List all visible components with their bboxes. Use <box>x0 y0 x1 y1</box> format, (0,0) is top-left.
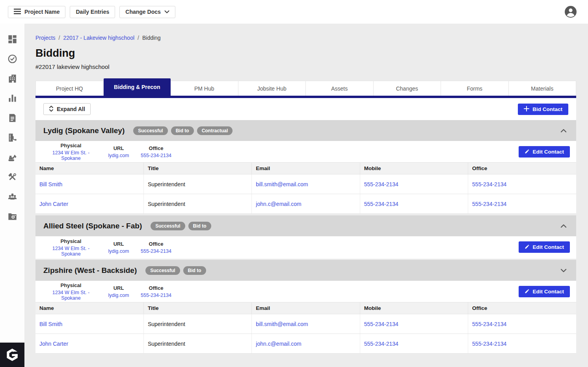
company-contact-row: Physical 1234 W Elm St. - Spokane URL ly… <box>35 141 576 162</box>
reports-bar-chart-icon[interactable] <box>7 93 18 104</box>
url-label: URL <box>107 241 130 247</box>
url-label: URL <box>107 285 130 291</box>
company-section-zipshire: Zipshire (West - Backside) Successful Bi… <box>35 260 576 354</box>
edit-contact-label: Edit Contact <box>533 289 564 295</box>
edit-contact-button[interactable]: Edit Contact <box>519 146 570 158</box>
daily-entries-label: Daily Entries <box>76 9 109 15</box>
documents-icon[interactable] <box>7 113 18 123</box>
tab-bidding-precon[interactable]: Bidding & Precon <box>104 78 171 96</box>
change-docs-button[interactable]: Change Docs <box>119 6 175 18</box>
col-header-email: Email <box>252 163 360 174</box>
page-title: Bidding <box>35 47 576 59</box>
company-header[interactable]: Allied Steel (Spokane - Fab) Successful … <box>35 215 576 236</box>
company-header[interactable]: Lydig (Spokane Valley) Successful Bid to… <box>35 120 576 141</box>
contact-email-link[interactable]: bill.smith@email.com <box>256 181 308 187</box>
company-name: Allied Steel (Spokane - Fab) <box>43 222 142 230</box>
office-phone-link[interactable]: 555-234-2134 <box>138 293 174 298</box>
contact-mobile-link[interactable]: 555-234-2134 <box>364 321 398 327</box>
company-header[interactable]: Zipshire (West - Backside) Successful Bi… <box>35 260 576 281</box>
topbar: Project Name Daily Entries Change Docs <box>0 0 588 24</box>
contacts-table: Name Title Email Mobile Office Bill Smit… <box>35 162 576 214</box>
chevron-down-icon[interactable] <box>560 267 568 274</box>
company-name: Zipshire (West - Backside) <box>43 266 137 275</box>
contact-mobile-link[interactable]: 555-234-2134 <box>364 341 398 347</box>
tools-icon[interactable] <box>7 172 18 182</box>
company-section-allied-steel: Allied Steel (Spokane - Fab) Successful … <box>35 215 576 259</box>
company-url-link[interactable]: lydig.com <box>107 293 130 298</box>
daily-entries-button[interactable]: Daily Entries <box>70 6 115 18</box>
user-avatar[interactable] <box>564 6 577 18</box>
breadcrumb-separator: / <box>59 35 60 41</box>
contact-title: Superintendent <box>143 194 251 214</box>
physical-address-link[interactable]: 1234 W Elm St. - Spokane <box>43 246 99 257</box>
contact-mobile-link[interactable]: 555-234-2134 <box>364 181 398 187</box>
contact-office-link[interactable]: 555-234-2134 <box>472 321 506 327</box>
physical-address-link[interactable]: 1234 W Elm St. - Spokane <box>43 290 99 301</box>
sidebar <box>0 24 24 367</box>
edit-contact-button[interactable]: Edit Contact <box>519 241 570 253</box>
tab-changes[interactable]: Changes <box>374 81 441 96</box>
contact-office-link[interactable]: 555-234-2134 <box>472 181 506 187</box>
physical-address-link[interactable]: 1234 W Elm St. - Spokane <box>43 150 99 161</box>
contact-title: Superintendent <box>143 174 251 194</box>
contact-email-link[interactable]: john.c@email.com <box>256 201 301 207</box>
contact-email-link[interactable]: john.c@email.com <box>256 341 301 347</box>
contact-mobile-link[interactable]: 555-234-2134 <box>364 201 398 207</box>
hamburger-icon <box>14 9 21 15</box>
app-logo[interactable] <box>0 343 24 367</box>
contact-office-link[interactable]: 555-234-2134 <box>472 201 506 207</box>
bid-contact-button[interactable]: Bid Contact <box>518 104 568 115</box>
company-url-link[interactable]: lydig.com <box>107 153 130 158</box>
tabs-bar: Project HQ Bidding & Precon PM Hub Jobsi… <box>35 81 576 98</box>
contact-name-link[interactable]: Bill Smith <box>39 181 62 187</box>
chevron-down-icon <box>164 9 169 15</box>
photos-icon[interactable] <box>7 211 18 222</box>
tab-jobsite-hub[interactable]: Jobsite Hub <box>238 81 306 96</box>
tasks-check-icon[interactable] <box>7 54 18 64</box>
contact-table-row: John Carter Superintendent john.c@email.… <box>35 334 576 354</box>
pencil-icon <box>525 289 530 295</box>
office-label: Office <box>138 285 174 291</box>
project-name-button[interactable]: Project Name <box>8 6 65 18</box>
contact-name-link[interactable]: Bill Smith <box>39 321 62 327</box>
status-badge: Contractual <box>197 126 233 135</box>
contact-name-link[interactable]: John Carter <box>39 341 68 347</box>
page-subtitle: #22017 lakeview highschool <box>35 63 576 70</box>
edit-contact-label: Edit Contact <box>533 149 564 155</box>
url-label: URL <box>107 145 130 151</box>
chevron-up-icon[interactable] <box>560 127 568 135</box>
col-header-mobile: Mobile <box>360 302 468 314</box>
col-header-office: Office <box>468 302 576 314</box>
contact-name-link[interactable]: John Carter <box>39 201 68 207</box>
expand-all-button[interactable]: Expand All <box>43 103 91 115</box>
tab-forms[interactable]: Forms <box>441 81 509 96</box>
physical-label: Physical <box>43 143 99 148</box>
status-badge: Bid to <box>183 266 206 275</box>
dashboard-icon[interactable] <box>7 34 18 44</box>
company-url-link[interactable]: lydig.com <box>107 248 130 254</box>
office-phone-link[interactable]: 555-234-2134 <box>138 153 174 158</box>
equipment-excavator-icon[interactable] <box>7 152 18 163</box>
contacts-table: Name Title Email Mobile Office Bill Smit… <box>35 302 576 354</box>
breadcrumb-projects-link[interactable]: Projects <box>35 35 56 41</box>
tab-project-hq[interactable]: Project HQ <box>35 81 104 96</box>
col-header-name: Name <box>35 163 143 174</box>
edit-contact-button[interactable]: Edit Contact <box>519 286 570 297</box>
main-content: Projects / 22017 - Lakeview highschool /… <box>24 24 588 367</box>
contact-email-link[interactable]: bill.smith@email.com <box>256 321 308 327</box>
office-phone-link[interactable]: 555-234-2134 <box>138 248 174 254</box>
bid-contacts-building-phone-icon[interactable] <box>7 132 18 143</box>
tab-pm-hub[interactable]: PM Hub <box>171 81 238 96</box>
breadcrumb-project-link[interactable]: 22017 - Lakeview highschool <box>63 35 134 41</box>
office-label: Office <box>138 241 174 247</box>
status-badge: Successful <box>151 222 185 230</box>
contact-table-row: Bill Smith Superintendent bill.smith@ema… <box>35 174 576 194</box>
chevron-up-icon[interactable] <box>560 222 568 230</box>
contact-office-link[interactable]: 555-234-2134 <box>472 341 506 347</box>
col-header-title: Title <box>143 163 251 174</box>
tab-materials[interactable]: Materials <box>509 81 577 96</box>
crew-workers-icon[interactable] <box>7 191 18 202</box>
tab-assets[interactable]: Assets <box>306 81 374 96</box>
company-building-icon[interactable] <box>7 73 18 84</box>
physical-label: Physical <box>43 238 99 244</box>
